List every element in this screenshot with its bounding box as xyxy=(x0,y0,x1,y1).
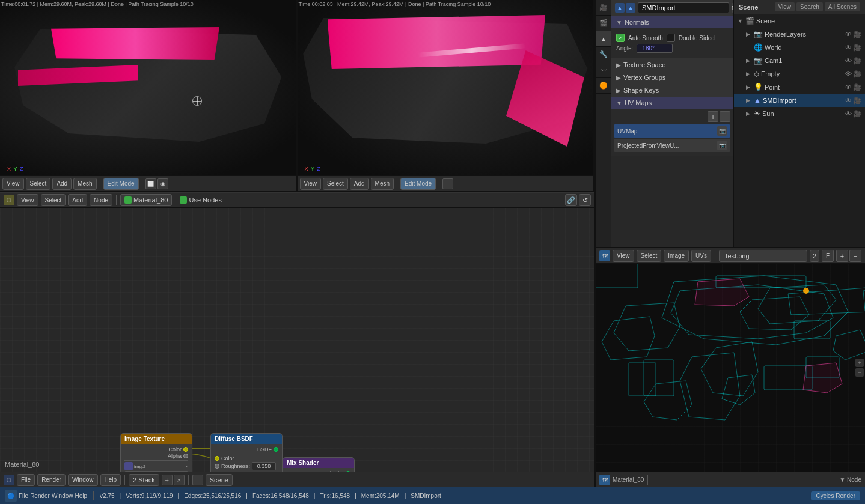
view-type-btn-2[interactable]: ◉ xyxy=(157,178,168,189)
point-cam[interactable]: 🎥 xyxy=(853,83,861,91)
color-mode-1[interactable]: Color xyxy=(124,471,188,472)
sun-eye[interactable]: 👁 xyxy=(845,110,852,118)
right-mesh-btn[interactable]: Mesh xyxy=(371,178,394,190)
right-select-btn[interactable]: Select xyxy=(323,178,348,190)
render-type-btn[interactable] xyxy=(442,178,453,189)
uv-status-bar: 🗺 Material_80 ▼ Node xyxy=(596,472,865,487)
diffuse-1-header: Diffuse BSDF xyxy=(211,434,282,444)
uv-view-btn[interactable]: View xyxy=(613,250,634,262)
renderlayers-eye[interactable]: 👁 xyxy=(845,31,852,38)
sep6 xyxy=(176,195,176,205)
point-eye[interactable]: 👁 xyxy=(845,83,852,91)
angle-input[interactable] xyxy=(637,44,673,53)
diffuse-bsdf-node-1[interactable]: Diffuse BSDF BSDF Color xyxy=(210,433,283,472)
uv-maps-header[interactable]: ▼ UV Maps xyxy=(611,97,733,109)
img-tex-1-header: Image Texture xyxy=(121,434,192,444)
prop-tab-object[interactable]: ▲ xyxy=(596,31,611,47)
smd-eye[interactable]: 👁 xyxy=(845,97,852,105)
prop-tab-modifier[interactable]: 🔧 xyxy=(596,47,611,62)
render-menu[interactable]: Render xyxy=(37,474,66,486)
img-clear-1[interactable]: × xyxy=(185,464,188,469)
outliner-item-empty[interactable]: ▶ ◇ Empty 👁 🎥 xyxy=(734,67,865,80)
uv-f-btn[interactable]: F xyxy=(822,250,834,262)
normals-header[interactable]: ▼ Normals xyxy=(611,16,733,28)
uv-add-layer-btn[interactable]: + xyxy=(836,250,848,262)
left-view-btn[interactable]: View xyxy=(2,178,24,190)
stack-remove-btn[interactable]: × xyxy=(174,475,185,485)
cam1-eye[interactable]: 👁 xyxy=(845,57,852,65)
viewport-right[interactable]: X Y Z Time:00:02.03 | Mem:29.42M, Peak:2… xyxy=(298,0,595,191)
prop-tab-data[interactable]: 〰 xyxy=(596,62,611,78)
right-view-btn[interactable]: View xyxy=(300,178,322,190)
outliner-item-scene[interactable]: ▼ 🎬 Scene xyxy=(734,14,865,28)
auto-smooth-checkbox[interactable]: ✓ xyxy=(616,34,625,42)
outliner-item-point[interactable]: ▶ 💡 Point 👁 🎥 xyxy=(734,80,865,94)
refresh-btn[interactable]: ↺ xyxy=(579,194,591,206)
node-canvas[interactable]: UV Map UV From Dupli xyxy=(0,208,594,472)
uv-remove-layer-btn[interactable]: − xyxy=(849,250,861,262)
uv-select-btn[interactable]: Select xyxy=(637,250,662,262)
right-add-btn[interactable]: Add xyxy=(350,178,369,190)
node-select-btn[interactable]: Select xyxy=(41,194,66,206)
outliner-item-smdimport[interactable]: ▶ ▲ SMDImport 👁 🎥 xyxy=(734,94,865,107)
node-node-btn[interactable]: Node xyxy=(90,194,112,206)
outliner-item-cam1[interactable]: ▶ 📷 Cam1 👁 🎥 xyxy=(734,54,865,67)
renderlayers-cam[interactable]: 🎥 xyxy=(853,31,861,38)
sun-cam[interactable]: 🎥 xyxy=(853,110,861,118)
view-type-btn-1[interactable]: ⬜ xyxy=(145,178,156,189)
uv-add-btn[interactable]: + xyxy=(708,111,718,122)
prop-tab-material[interactable]: 🟠 xyxy=(596,78,611,94)
smd-cam[interactable]: 🎥 xyxy=(853,97,861,105)
double-sided-checkbox[interactable] xyxy=(667,34,675,42)
search-panel-btn[interactable]: Search xyxy=(796,2,823,11)
prop-tab-scene[interactable]: 🎬 xyxy=(596,16,611,31)
empty-cam[interactable]: 🎥 xyxy=(853,70,861,78)
outliner-item-renderlayers[interactable]: ▶ 📷 RenderLayers 👁 🎥 xyxy=(734,28,865,41)
uv-map-item-2[interactable]: ProjectedFromViewU... 📷 xyxy=(614,139,730,152)
uv-uvs-btn[interactable]: UVs xyxy=(691,250,711,262)
uv-1-camera-btn[interactable]: 📷 xyxy=(717,126,727,136)
render-engine[interactable]: Cycles Render xyxy=(811,491,860,500)
texture-space-header[interactable]: ▶ Texture Space xyxy=(611,59,733,71)
view-panel-btn[interactable]: View xyxy=(775,2,795,11)
left-mesh-btn[interactable]: Mesh xyxy=(73,178,96,190)
use-nodes-check[interactable] xyxy=(180,196,187,204)
uv-remove-btn[interactable]: − xyxy=(720,111,730,122)
viewport-left[interactable]: X Y Z Time:00:01.72 | Mem:29.60M, Peak:2… xyxy=(0,0,298,191)
file-menu[interactable]: File xyxy=(17,474,35,486)
left-mode-select[interactable]: Edit Mode xyxy=(103,178,139,190)
vertex-groups-header[interactable]: ▶ Vertex Groups xyxy=(611,71,733,83)
uv-canvas[interactable]: + − xyxy=(596,264,865,472)
outliner-item-sun[interactable]: ▶ ☀ Sun 👁 🎥 xyxy=(734,107,865,120)
node-view-btn[interactable]: View xyxy=(17,194,38,206)
snap-btn[interactable]: 🔗 xyxy=(565,194,577,206)
right-mode-select[interactable]: Edit Mode xyxy=(400,178,436,190)
status-tris: Tris:16,548 xyxy=(320,493,350,499)
mix-shader-node-1[interactable]: Mix Shader Shader Fac 0.364 xyxy=(283,457,355,472)
image-texture-node-1[interactable]: Image Texture Color Alpha xyxy=(120,433,192,472)
uv-scroll-up[interactable]: + xyxy=(855,359,864,367)
stack-add-btn[interactable]: + xyxy=(162,475,173,485)
help-menu[interactable]: Help xyxy=(100,474,121,486)
left-add-btn[interactable]: Add xyxy=(52,178,72,190)
sep1 xyxy=(100,179,100,189)
empty-eye[interactable]: 👁 xyxy=(845,70,852,78)
left-select-btn[interactable]: Select xyxy=(26,178,51,190)
world-eye[interactable]: 👁 xyxy=(845,44,852,52)
all-scenes-btn[interactable]: All Scenes xyxy=(825,2,860,11)
node-add-btn[interactable]: Add xyxy=(68,194,87,206)
prop-tab-render[interactable]: 🎥 xyxy=(596,0,611,16)
uv-image-btn[interactable]: Image xyxy=(664,250,689,262)
uv-editor-icon: 🗺 xyxy=(599,250,610,261)
window-menu[interactable]: Window xyxy=(68,474,98,486)
uv-2-camera-btn[interactable]: 📷 xyxy=(717,141,727,150)
obj-name-copy-btn[interactable]: F xyxy=(732,3,733,13)
uv-map-item-1[interactable]: UVMap 📷 xyxy=(614,124,730,138)
shape-keys-header[interactable]: ▶ Shape Keys xyxy=(611,84,733,96)
object-name-input[interactable] xyxy=(638,2,729,13)
img-tex-1-alpha-out xyxy=(183,454,188,458)
world-cam[interactable]: 🎥 xyxy=(853,44,861,52)
outliner-item-world[interactable]: 🌐 World 👁 🎥 xyxy=(734,41,865,54)
uv-scroll-down[interactable]: − xyxy=(855,368,864,377)
cam1-cam[interactable]: 🎥 xyxy=(853,57,861,65)
